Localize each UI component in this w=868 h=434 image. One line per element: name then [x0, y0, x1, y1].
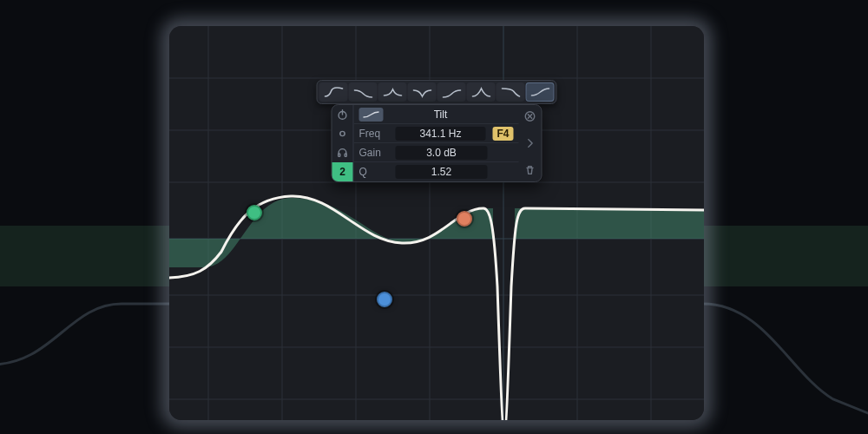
- link-icon: [337, 128, 349, 140]
- gain-value[interactable]: 3.0 dB: [396, 146, 488, 160]
- gain-label: Gain: [359, 147, 389, 159]
- freq-note-badge: F4: [492, 127, 513, 141]
- q-label: Q: [359, 166, 389, 178]
- filter-type-low-shelf[interactable]: [349, 82, 378, 102]
- band-parameter-popup: 2 Tilt Freq 341.1 Hz F4: [332, 104, 542, 182]
- eq-response-fill: [169, 198, 704, 420]
- eq-band-node-3[interactable]: [377, 292, 392, 307]
- band-link-button[interactable]: [332, 124, 353, 143]
- band-solo-button[interactable]: [332, 143, 353, 162]
- expand-popup-button[interactable]: [523, 135, 538, 151]
- delete-band-button[interactable]: [523, 162, 538, 178]
- band-number-badge[interactable]: 2: [332, 162, 353, 181]
- filter-type-tilt[interactable]: [526, 82, 555, 102]
- chevron-right-icon: [524, 137, 536, 149]
- trash-icon: [524, 164, 536, 176]
- selected-shape-thumb: [359, 108, 384, 122]
- filter-type-band-pass[interactable]: [467, 82, 496, 102]
- band-type-title: Tilt: [391, 108, 491, 121]
- filter-type-high-shelf[interactable]: [437, 82, 466, 102]
- freq-label: Freq: [359, 128, 389, 140]
- close-popup-button[interactable]: [523, 108, 538, 124]
- band-power-button[interactable]: [332, 105, 353, 124]
- filter-type-bell[interactable]: [378, 82, 407, 102]
- filter-type-notch[interactable]: [408, 82, 437, 102]
- eq-band-node-1[interactable]: [247, 205, 262, 220]
- headphones-icon: [337, 147, 349, 159]
- filter-type-high-cut[interactable]: [496, 82, 525, 102]
- close-icon: [524, 110, 536, 122]
- eq-plugin-panel: 2 Tilt Freq 341.1 Hz F4: [169, 26, 704, 420]
- power-icon: [337, 108, 349, 121]
- filter-type-low-cut[interactable]: [319, 82, 348, 102]
- svg-rect-18: [345, 154, 346, 157]
- q-value[interactable]: 1.52: [396, 165, 488, 179]
- filter-type-selector: [317, 80, 557, 104]
- eq-band-node-4[interactable]: [457, 211, 472, 227]
- freq-value[interactable]: 341.1 Hz: [396, 127, 486, 141]
- svg-rect-17: [339, 154, 340, 157]
